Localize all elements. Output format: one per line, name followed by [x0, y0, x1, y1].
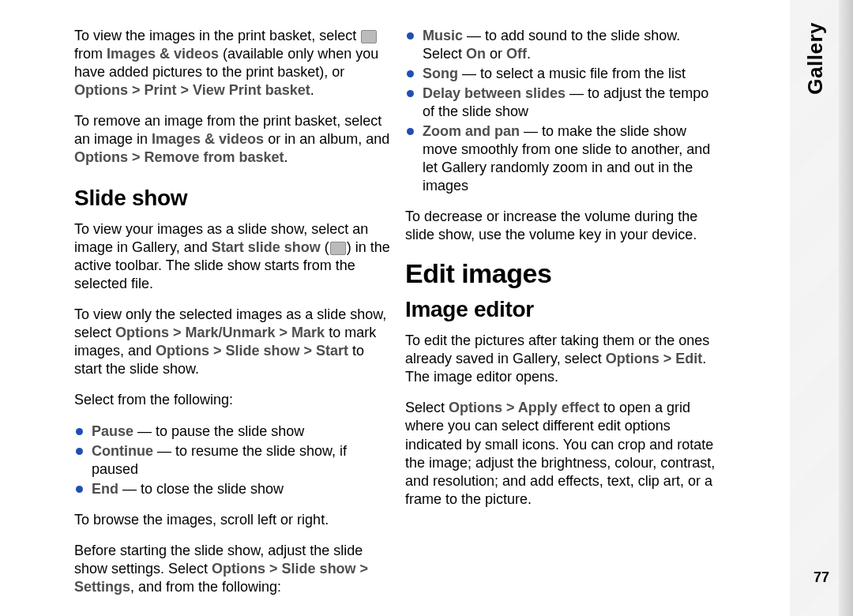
list-slideshow-controls: Pause — to pause the slide show Continue… — [74, 423, 391, 498]
list-item: End — to close the slide show — [74, 480, 391, 498]
right-column: Music — to add sound to the slide show. … — [405, 27, 722, 596]
para-slideshow-selected: To view only the selected images as a sl… — [74, 306, 391, 378]
list-item: Delay between slides — to adjust the tem… — [405, 85, 722, 121]
para-slideshow-start: To view your images as a slide show, sel… — [74, 220, 391, 293]
para-browse: To browse the images, scroll left or rig… — [74, 511, 391, 529]
para-print-basket-view: To view the images in the print basket, … — [74, 27, 391, 100]
para-slideshow-settings: Before starting the slide show, adjust t… — [74, 542, 391, 596]
list-slideshow-settings: Music — to add sound to the slide show. … — [405, 27, 722, 195]
para-edit-open: To edit the pictures after taking them o… — [405, 332, 722, 386]
para-apply-effect: Select Options > Apply effect to open a … — [405, 399, 722, 508]
para-print-basket-remove: To remove an image from the print basket… — [74, 112, 391, 167]
page-number: 77 — [814, 569, 829, 586]
section-tab: Gallery — [803, 22, 828, 95]
slideshow-icon — [330, 242, 346, 255]
list-item: Music — to add sound to the slide show. … — [405, 27, 722, 63]
content-columns: To view the images in the print basket, … — [0, 0, 722, 596]
list-item: Pause — to pause the slide show — [74, 423, 391, 441]
heading-slide-show: Slide show — [74, 186, 391, 211]
heading-edit-images: Edit images — [405, 258, 722, 289]
left-column: To view the images in the print basket, … — [74, 27, 391, 596]
list-item: Song — to select a music file from the l… — [405, 65, 722, 83]
para-volume: To decrease or increase the volume durin… — [405, 208, 722, 244]
list-item: Zoom and pan — to make the slide show mo… — [405, 122, 722, 195]
page-edge — [839, 0, 853, 616]
print-basket-icon — [361, 30, 377, 43]
para-select-following: Select from the following: — [74, 391, 391, 409]
heading-image-editor: Image editor — [405, 297, 722, 322]
manual-page: Gallery 77 To view the images in the pri… — [0, 0, 853, 616]
list-item: Continue — to resume the slide show, if … — [74, 442, 391, 479]
